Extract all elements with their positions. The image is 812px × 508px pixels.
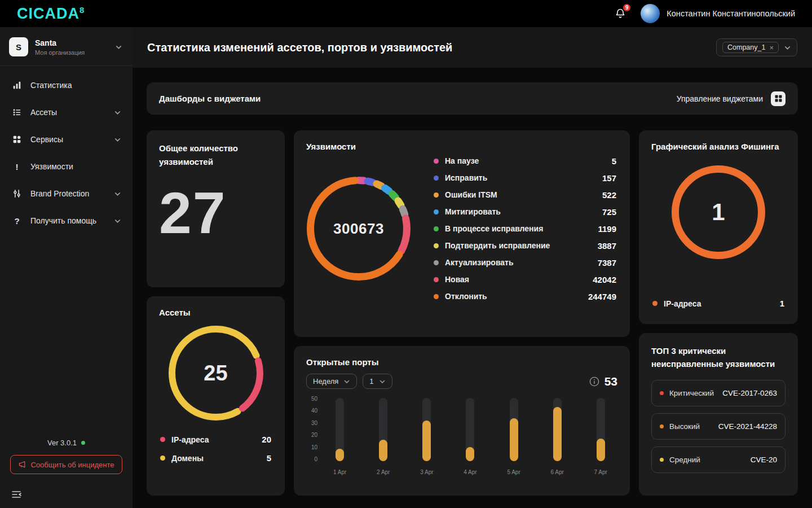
legend-value: 244749 (588, 292, 616, 301)
bar-column: 4 Apr (464, 398, 476, 475)
phishing-legend: IP-адреса1 (651, 294, 785, 313)
vulnerabilities-total-value: 300673 (306, 176, 411, 281)
page-select[interactable]: 1 (363, 374, 392, 389)
assets-total-value: 25 (168, 325, 264, 421)
widgets-grid-icon (775, 95, 782, 102)
legend-label: Отклонить (445, 292, 588, 301)
period-select[interactable]: Неделя (306, 374, 357, 389)
y-axis-tick: 30 (306, 420, 317, 426)
sidebar-item-get-help[interactable]: ? Получить помощь (0, 207, 133, 234)
legend-value: 3887 (598, 241, 616, 251)
collapse-sidebar-icon (10, 489, 23, 500)
legend-label: IP-адреса (171, 435, 262, 444)
chevron-down-icon (115, 43, 122, 51)
sidebar-menu: Статистика Ассеты Сервисы ! Уязвимости B… (0, 66, 133, 234)
x-axis-label: 2 Apr (377, 469, 390, 475)
legend-row: IP-адреса1 (651, 294, 785, 313)
y-axis-tick: 10 (306, 444, 317, 450)
severity-dot (660, 391, 664, 395)
severity-dot (660, 424, 664, 428)
sidebar-item-statistics[interactable]: Статистика (0, 72, 133, 99)
bar-column: 5 Apr (507, 398, 520, 475)
legend-dot (160, 456, 165, 461)
bar-slot (466, 398, 474, 461)
company-tag: Company_1 × (722, 42, 779, 53)
org-name: Santa (35, 38, 108, 47)
bar (466, 447, 474, 461)
x-axis-label: 1 Apr (333, 469, 346, 475)
chevron-down-icon (784, 44, 791, 51)
remove-company-icon[interactable]: × (769, 44, 774, 51)
collapse-sidebar-button[interactable] (10, 489, 25, 500)
open-ports-card: Открытые порты Неделя 1 (294, 346, 630, 496)
legend-row: На паузе5 (433, 152, 617, 169)
bar-column: 2 Apr (377, 398, 390, 475)
bar-slot (336, 398, 344, 461)
bar-column: 6 Apr (550, 398, 563, 475)
page-title: Статистика изменений ассетов, портов и у… (147, 41, 452, 54)
top3-item[interactable]: СреднийCVE-20 (651, 446, 785, 473)
bar-slot (510, 398, 518, 461)
version-row: Ver 3.0.1 (10, 439, 122, 447)
legend-dot (434, 294, 439, 299)
user-name: Константин Константинопольский (667, 9, 795, 18)
bar (422, 421, 431, 461)
vulnerabilities-card: Уязвимости 300673 На паузе5Исправить157О… (294, 130, 630, 337)
legend-dot (160, 437, 165, 442)
bar-column: 7 Apr (594, 398, 607, 475)
bar-slot (597, 398, 605, 461)
org-avatar: S (9, 37, 28, 56)
app-logo: CICADA8 (17, 5, 85, 23)
company-filter-dropdown[interactable]: Company_1 × (716, 38, 797, 56)
vulnerabilities-body: 300673 На паузе5Исправить157Ошибки ITSM5… (306, 152, 617, 305)
card-title: Общее количество уязвимостей (159, 142, 258, 169)
y-axis-tick: 40 (306, 408, 317, 414)
sidebar-item-brand-protection[interactable]: Brand Protection (0, 180, 133, 207)
total-vulnerabilities-value: 27 (159, 183, 272, 242)
y-axis-tick: 0 (306, 456, 317, 462)
legend-dot (652, 301, 657, 306)
severity-label: Высокий (669, 422, 718, 431)
top3-list: КритическийCVE-2017-0263ВысокийCVE-2021-… (651, 380, 785, 473)
legend-label: На паузе (445, 156, 612, 165)
severity-dot (660, 458, 664, 462)
sidebar-bottom: Ver 3.0.1 Сообщить об инциденте (0, 439, 133, 508)
sidebar-item-assets[interactable]: Ассеты (0, 99, 133, 126)
cards-grid: Общее количество уязвимостей 27 Ассеты 2… (147, 130, 798, 496)
sidebar-item-vulnerabilities[interactable]: ! Уязвимости (0, 153, 133, 180)
assets-legend: IP-адреса20Домены5 (159, 430, 272, 467)
report-incident-button[interactable]: Сообщить об инциденте (10, 455, 122, 474)
bar (379, 440, 387, 461)
legend-value: 20 (262, 435, 271, 444)
megaphone-icon (18, 461, 26, 468)
info-icon[interactable] (589, 376, 599, 387)
top3-item[interactable]: ВысокийCVE-2021-44228 (651, 413, 785, 440)
legend-label: Актуализировать (445, 258, 598, 267)
top3-vulnerabilities-card: ТОП 3 критически неисправленные уязвимос… (639, 333, 798, 496)
ports-controls: Неделя 1 53 (306, 374, 617, 389)
top3-item[interactable]: КритическийCVE-2017-0263 (651, 380, 785, 406)
legend-dot (434, 226, 439, 231)
logo-text: CICADA (17, 5, 80, 22)
org-selector[interactable]: S Santa Моя организация (0, 27, 133, 66)
question-icon: ? (11, 216, 23, 226)
bar-slot (422, 398, 431, 461)
sidebar-item-services[interactable]: Сервисы (0, 126, 133, 153)
legend-dot (434, 260, 439, 265)
legend-dot (434, 159, 439, 164)
legend-row: Домены5 (159, 449, 272, 467)
phishing-donut-chart: 1 (671, 165, 766, 260)
bar (336, 449, 344, 461)
bar (553, 407, 562, 461)
notifications-button[interactable]: 9 (614, 7, 627, 20)
notification-badge: 9 (622, 3, 632, 12)
legend-row: Ошибки ITSM522 (433, 186, 617, 203)
legend-dot (434, 176, 439, 181)
manage-widgets-button[interactable] (771, 91, 785, 106)
legend-value: 42042 (593, 275, 616, 284)
legend-value: 1199 (598, 224, 616, 234)
legend-value: 725 (602, 207, 616, 217)
legend-dot (434, 192, 439, 198)
legend-row: Митигировать725 (433, 203, 617, 220)
avatar[interactable] (641, 4, 660, 23)
